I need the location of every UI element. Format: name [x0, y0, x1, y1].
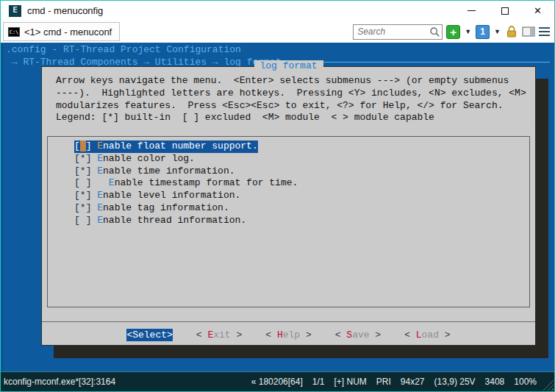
dialog-buttons: <Select> < Exit > < Help > < Save > < Lo… — [42, 329, 535, 341]
dialog-instructions: Arrow keys navigate the menu. <Enter> se… — [56, 75, 526, 124]
active-console-button[interactable]: 1 — [476, 25, 490, 39]
status-priority[interactable]: PRI — [376, 377, 391, 387]
cursor — [80, 140, 86, 152]
close-icon: ✕ — [534, 6, 542, 15]
terminal-area[interactable]: .config - RT-Thread Project Configuratio… — [1, 43, 554, 371]
tab-label: <1> cmd - menuconf — [24, 26, 112, 38]
status-bar: kconfig-mconf.exe*[32]:3164 « 180206[64]… — [1, 371, 554, 391]
window-title: cmd - menuconfig — [27, 5, 103, 16]
load-button[interactable]: < Load > — [404, 329, 450, 341]
dialog-title: log format — [254, 60, 323, 71]
new-console-button[interactable]: + — [446, 25, 460, 39]
save-button[interactable]: < Save > — [335, 329, 381, 341]
status-pid: 3408 — [485, 377, 505, 387]
tab-cmd-menuconf[interactable]: C:\ <1> cmd - menuconf — [3, 22, 120, 41]
exit-button[interactable]: < Exit > — [196, 329, 242, 341]
console-list-dropdown-icon[interactable]: ▼ — [493, 28, 501, 35]
maximize-icon — [501, 7, 509, 15]
status-console-index[interactable]: 1/1 — [312, 377, 325, 387]
log-format-dialog: log format Arrow keys navigate the menu.… — [41, 66, 536, 346]
split-view-icon[interactable] — [522, 26, 535, 38]
minimize-icon — [468, 10, 476, 11]
minimize-button[interactable] — [455, 1, 488, 21]
kconfig-header: .config - RT-Thread Project Configuratio… — [6, 44, 241, 55]
menu-box: [ ] Enable float number support. [*] Ena… — [47, 136, 530, 307]
menu-item-float-number[interactable]: [ ] Enable float number support. — [74, 140, 258, 153]
status-console-size[interactable]: 94x27 — [401, 377, 425, 387]
resize-grip[interactable] — [543, 379, 554, 391]
conemu-window: E cmd - menuconfig ✕ C:\ <1> cmd - menuc… — [0, 0, 555, 392]
menu-item-tag-information[interactable]: [*] Enable tag information. — [74, 202, 229, 215]
terminal-left-edge — [1, 43, 3, 371]
instruction-line: ----). Highlighted letters are hotkeys. … — [56, 88, 526, 100]
status-zoom[interactable]: 100% — [514, 377, 537, 387]
help-button[interactable]: < Help > — [265, 329, 311, 341]
button-separator — [42, 321, 535, 322]
conemu-app-icon: E — [9, 5, 21, 17]
instruction-line: Legend: [*] built-in [ ] excluded <M> mo… — [56, 112, 526, 124]
menu-item-thread-information[interactable]: [ ] Enable thread information. — [74, 215, 246, 227]
lock-icon[interactable] — [505, 25, 518, 38]
menu-item-timestamp-format[interactable]: [ ] Enable timestamp format for time. — [74, 177, 298, 190]
titlebar: E cmd - menuconfig ✕ — [1, 1, 554, 21]
status-cursor-pos: (13,9) 25V — [434, 377, 476, 387]
status-process: kconfig-mconf.exe*[32]:3164 — [4, 377, 115, 387]
cmd-icon: C:\ — [8, 27, 20, 37]
breadcrumb-rule — [292, 62, 550, 63]
instruction-line: modularizes features. Press <Esc><Esc> t… — [56, 100, 526, 113]
instruction-line: Arrow keys navigate the menu. <Enter> se… — [56, 75, 526, 88]
new-console-dropdown-icon[interactable]: ▼ — [464, 28, 472, 35]
tab-bar: C:\ <1> cmd - menuconf + ▼ 1 ▼ — [1, 21, 554, 43]
menu-items: [ ] Enable float number support. [*] Ena… — [74, 140, 298, 227]
select-button[interactable]: <Select> — [126, 329, 172, 341]
status-right: « 180206[64] 1/1 [+] NUM PRI 94x27 (13,9… — [251, 377, 537, 387]
status-build: « 180206[64] — [251, 377, 303, 387]
search-box — [353, 24, 443, 40]
maximize-button[interactable] — [488, 1, 521, 21]
menu-item-time-information[interactable]: [*] Enable time information. — [74, 165, 235, 178]
search-icon — [429, 26, 440, 38]
main-menu-icon[interactable] — [539, 27, 550, 29]
close-button[interactable]: ✕ — [521, 1, 554, 21]
status-numlock[interactable]: [+] NUM — [334, 377, 366, 387]
menu-item-color-log[interactable]: [*] Enable color log. — [74, 153, 195, 165]
menu-item-level-information[interactable]: [*] Enable level information. — [74, 190, 240, 202]
